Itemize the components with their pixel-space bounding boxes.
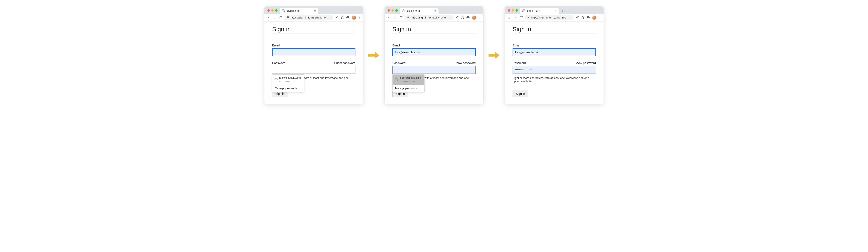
- reload-button[interactable]: [519, 16, 523, 20]
- browser-tab[interactable]: Signin form ×: [400, 8, 438, 14]
- svg-marker-3: [461, 16, 464, 19]
- globe-icon: [402, 9, 405, 12]
- address-bar[interactable]: https://sign-in-form.glitch.me: [525, 15, 574, 21]
- password-field[interactable]: [513, 66, 596, 74]
- reload-button[interactable]: [399, 16, 403, 20]
- password-field[interactable]: [272, 66, 355, 74]
- key-icon[interactable]: [576, 16, 579, 20]
- forward-button[interactable]: [393, 16, 397, 20]
- email-field[interactable]: [513, 48, 596, 56]
- divider: [392, 33, 476, 34]
- signin-button[interactable]: Sign in: [513, 90, 528, 97]
- window-controls: [506, 9, 520, 14]
- close-window-button[interactable]: [388, 9, 390, 11]
- profile-avatar[interactable]: [592, 16, 596, 20]
- minimize-window-button[interactable]: [392, 9, 394, 11]
- globe-icon: [282, 9, 285, 12]
- browser-tab[interactable]: Signin form ×: [280, 8, 318, 14]
- page-content: Sign in Email Password Show password Eig…: [265, 22, 363, 104]
- reload-button[interactable]: [279, 16, 283, 20]
- manage-passwords-link[interactable]: Manage passwords...: [272, 85, 304, 92]
- tab-title: Signin form: [286, 9, 312, 12]
- extensions-icon[interactable]: [346, 16, 350, 20]
- email-field[interactable]: [272, 48, 355, 56]
- tab-title: Signin form: [527, 9, 552, 12]
- back-button[interactable]: [267, 16, 271, 20]
- password-hint: Eight or more characters, with at least …: [513, 76, 596, 83]
- star-icon[interactable]: [461, 16, 464, 20]
- new-tab-button[interactable]: +: [560, 8, 565, 14]
- address-bar[interactable]: https://sign-in-form.glitch.me: [285, 15, 333, 21]
- lock-icon: [527, 16, 530, 19]
- profile-avatar[interactable]: [352, 16, 356, 20]
- browser-toolbar: https://sign-in-form.glitch.me ⋮: [384, 14, 484, 22]
- show-password-toggle[interactable]: Show password: [334, 61, 355, 65]
- page-content: Sign in Email Password Show password Eig…: [384, 22, 484, 104]
- close-tab-button[interactable]: ×: [554, 9, 557, 12]
- close-window-button[interactable]: [268, 9, 270, 11]
- menu-button[interactable]: ⋮: [358, 16, 361, 19]
- autofill-dropdown: foo@example.com •••••••••••••• Manage pa…: [392, 75, 425, 92]
- menu-button[interactable]: ⋮: [599, 16, 601, 19]
- manage-passwords-link[interactable]: Manage passwords...: [393, 85, 424, 92]
- forward-button[interactable]: [513, 16, 517, 20]
- forward-button[interactable]: [273, 16, 277, 20]
- new-tab-button[interactable]: +: [439, 8, 445, 14]
- page-title: Sign in: [513, 26, 596, 33]
- divider: [272, 33, 355, 34]
- email-field[interactable]: [392, 48, 476, 56]
- autofill-password-mask: ••••••••••••••: [279, 80, 301, 83]
- maximize-window-button[interactable]: [516, 9, 518, 11]
- extensions-icon[interactable]: [466, 16, 470, 20]
- star-icon[interactable]: [341, 16, 344, 20]
- browser-tab[interactable]: Signin form ×: [520, 8, 559, 14]
- menu-button[interactable]: ⋮: [478, 16, 481, 19]
- tab-title: Signin form: [407, 9, 432, 12]
- show-password-toggle[interactable]: Show password: [455, 61, 476, 65]
- close-window-button[interactable]: [508, 9, 510, 11]
- globe-icon: [395, 78, 398, 81]
- browser-window: Signin form × + https://sign-in-form.gli…: [265, 6, 363, 104]
- address-bar[interactable]: https://sign-in-form.glitch.me: [405, 15, 454, 21]
- email-label: Email: [272, 44, 355, 47]
- password-label: Password: [392, 61, 405, 65]
- back-button[interactable]: [507, 16, 511, 20]
- minimize-window-button[interactable]: [271, 9, 274, 11]
- page-content: Sign in Email Password Show password Eig…: [505, 22, 603, 104]
- window-controls: [386, 9, 400, 14]
- minimize-window-button[interactable]: [512, 9, 514, 11]
- svg-marker-1: [341, 16, 344, 19]
- password-label: Password: [272, 61, 285, 65]
- extensions-icon[interactable]: [587, 16, 590, 20]
- star-icon[interactable]: [581, 16, 585, 20]
- autofill-suggestion[interactable]: foo@example.com ••••••••••••••: [272, 75, 304, 85]
- maximize-window-button[interactable]: [275, 9, 278, 11]
- tab-strip: Signin form × +: [505, 6, 603, 14]
- globe-icon: [275, 78, 278, 81]
- browser-window: Signin form × + https://sign-in-form.gli…: [384, 6, 484, 104]
- key-icon[interactable]: [455, 16, 459, 20]
- close-tab-button[interactable]: ×: [434, 9, 436, 12]
- lock-icon: [407, 16, 409, 19]
- autofill-suggestion[interactable]: foo@example.com ••••••••••••••: [393, 75, 424, 85]
- autofill-email: foo@example.com: [279, 76, 301, 80]
- page-title: Sign in: [392, 26, 476, 33]
- key-icon[interactable]: [335, 16, 339, 20]
- tab-strip: Signin form × +: [384, 6, 484, 14]
- maximize-window-button[interactable]: [395, 9, 398, 11]
- browser-toolbar: https://sign-in-form.glitch.me ⋮: [505, 14, 603, 22]
- email-label: Email: [392, 44, 476, 47]
- tab-strip: Signin form × +: [265, 6, 363, 14]
- password-field[interactable]: [392, 66, 476, 74]
- autofill-password-mask: ••••••••••••••: [399, 80, 421, 83]
- back-button[interactable]: [387, 16, 391, 20]
- svg-marker-5: [581, 16, 584, 19]
- profile-avatar[interactable]: [472, 16, 476, 20]
- window-controls: [266, 9, 280, 14]
- show-password-toggle[interactable]: Show password: [575, 61, 596, 65]
- browser-toolbar: https://sign-in-form.glitch.me ⋮: [265, 14, 363, 22]
- new-tab-button[interactable]: +: [319, 8, 325, 14]
- close-tab-button[interactable]: ×: [314, 9, 316, 12]
- email-label: Email: [513, 44, 596, 47]
- globe-icon: [522, 9, 525, 12]
